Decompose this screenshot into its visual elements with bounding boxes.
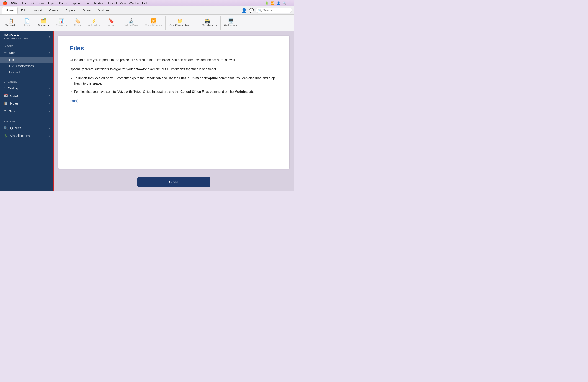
- sidebar-sub-item-files[interactable]: Files: [0, 57, 53, 63]
- content-body: All the data files you import into the p…: [69, 57, 278, 104]
- menu-nvivo[interactable]: NVivo: [11, 1, 19, 5]
- tab-share[interactable]: Share: [79, 7, 94, 13]
- sidebar-item-coding-left: ≡ Coding: [4, 86, 18, 90]
- toolbar-group-code-in-vivo: 🔬 Code In Vivo ▾: [120, 16, 142, 30]
- tab-modules[interactable]: Modules: [94, 7, 113, 13]
- tab-create[interactable]: Create: [45, 7, 62, 13]
- sets-icon: ⊙: [4, 109, 7, 113]
- tab-import[interactable]: Import: [30, 7, 45, 13]
- data-chevron-icon: ∨: [48, 52, 50, 54]
- search-input[interactable]: [263, 9, 290, 12]
- autocode-button[interactable]: ⚡ Autocode ▾: [87, 17, 102, 29]
- tab-edit[interactable]: Edit: [18, 7, 30, 13]
- organize-button[interactable]: 🗂️ Organize ▾: [36, 17, 51, 29]
- toolbar: 📋 Clipboard ▾ 📄 Item ▾ 🗂️ Organize ▾ 📊 V…: [0, 15, 294, 31]
- menu-help[interactable]: Help: [142, 1, 148, 5]
- content-paragraph-2: Optionally create subfolders to organize…: [69, 66, 278, 72]
- cases-chevron-icon: ›: [49, 95, 50, 97]
- menu-file[interactable]: File: [22, 1, 27, 5]
- autocode-icon: ⚡: [91, 19, 97, 23]
- search-box[interactable]: 🔍: [256, 8, 292, 13]
- spread-coding-icon: 🔀: [151, 19, 157, 23]
- toolbar-group-visualize: 📊 Visualize ▾: [53, 16, 70, 30]
- clipboard-icon: 📋: [8, 19, 14, 23]
- message-icon[interactable]: 💬: [249, 8, 254, 13]
- logo-area: NVIVO ❖❖ NVivo Workshop.nvpx: [4, 34, 28, 40]
- sidebar-item-coding[interactable]: ≡ Coding ›: [0, 84, 53, 92]
- sidebar-sub-item-file-classifications[interactable]: File Classifications: [0, 63, 53, 69]
- coding-icon: ≡: [4, 86, 6, 90]
- list-item-2: For files that you have sent to NVivo wi…: [74, 89, 278, 95]
- menu-view[interactable]: View: [120, 1, 126, 5]
- sidebar-collapse-button[interactable]: ‹: [49, 35, 50, 39]
- visualize-icon: 📊: [59, 19, 64, 23]
- sets-chevron-icon: ›: [49, 110, 50, 113]
- uncode-label: Uncode ▾: [107, 24, 116, 27]
- sidebar-item-notes[interactable]: 📋 Notes ›: [0, 100, 53, 107]
- close-button[interactable]: Close: [137, 177, 210, 187]
- content-area: Files All the data files you import into…: [54, 31, 294, 191]
- sidebar-item-data[interactable]: ☰ Data ∨: [0, 49, 53, 57]
- toolbar-group-clipboard: 📋 Clipboard ▾: [2, 16, 20, 30]
- sidebar-item-cases[interactable]: 📅 Cases ›: [0, 92, 53, 100]
- menu-layout[interactable]: Layout: [108, 1, 117, 5]
- sidebar-item-coding-label: Coding: [8, 86, 18, 90]
- menu-home[interactable]: Home: [37, 1, 45, 5]
- file-classification-icon: 🗃️: [204, 19, 210, 23]
- tab-explore[interactable]: Explore: [62, 7, 79, 13]
- sidebar-item-queries[interactable]: 🔍 Queries ›: [0, 124, 53, 132]
- main-area: NVIVO ❖❖ NVivo Workshop.nvpx ‹ IMPORT ☰ …: [0, 31, 294, 191]
- menu-create[interactable]: Create: [59, 1, 68, 5]
- case-classification-button[interactable]: 📁 Case Classification ▾: [168, 17, 192, 29]
- sidebar-item-data-left: ☰ Data: [4, 51, 16, 55]
- logo-subtitle: NVivo Workshop.nvpx: [4, 37, 28, 40]
- clipboard-label: Clipboard ▾: [5, 24, 17, 27]
- spread-coding-button[interactable]: 🔀 Spread Coding ▾: [144, 17, 164, 29]
- menu-share[interactable]: Share: [84, 1, 92, 5]
- user-icon: 👤: [277, 1, 280, 5]
- content-paragraph-1: All the data files you import into the p…: [69, 57, 278, 63]
- menu-window[interactable]: Window: [129, 1, 139, 5]
- sidebar-item-sets-label: Sets: [9, 109, 15, 113]
- search-icon[interactable]: 🔍: [283, 1, 286, 5]
- close-button-area: Close: [54, 173, 294, 191]
- section-label-explore: EXPLORE: [0, 117, 53, 124]
- control-icon: ☰: [289, 1, 291, 5]
- sidebar: NVIVO ❖❖ NVivo Workshop.nvpx ‹ IMPORT ☰ …: [0, 31, 54, 191]
- sidebar-item-notes-label: Notes: [10, 102, 19, 105]
- workspace-button[interactable]: 🖥️ Workspace ▾: [222, 17, 239, 29]
- content-panel: Files All the data files you import into…: [58, 36, 290, 169]
- workspace-label: Workspace ▾: [224, 24, 237, 27]
- code-in-vivo-button[interactable]: 🔬 Code In Vivo ▾: [122, 17, 140, 29]
- code-button[interactable]: 🏷️ Code ▾: [72, 17, 83, 29]
- sidebar-logo: NVIVO ❖❖ NVivo Workshop.nvpx: [4, 34, 28, 40]
- code-in-vivo-icon: 🔬: [128, 19, 134, 23]
- menu-modules[interactable]: Modules: [94, 1, 105, 5]
- sidebar-item-notes-left: 📋 Notes: [4, 101, 19, 106]
- workspace-icon: 🖥️: [228, 19, 234, 23]
- user-profile-icon[interactable]: 👤: [241, 8, 247, 13]
- case-classification-label: Case Classification ▾: [169, 24, 190, 27]
- file-classification-button[interactable]: 🗃️ File Classification ▾: [196, 17, 219, 29]
- menu-explore[interactable]: Explore: [71, 1, 81, 5]
- tab-home[interactable]: Home: [2, 7, 18, 14]
- apple-icon[interactable]: 🍎: [3, 1, 7, 5]
- section-label-import: IMPORT: [0, 42, 53, 49]
- clipboard-button[interactable]: 📋 Clipboard ▾: [3, 17, 19, 29]
- more-link[interactable]: [more]: [69, 98, 278, 104]
- uncode-button[interactable]: 🔖 Uncode ▾: [105, 17, 118, 29]
- file-classification-label: File Classification ▾: [198, 24, 217, 27]
- item-button[interactable]: 📄 Item ▾: [22, 17, 33, 29]
- toolbar-group-item: 📄 Item ▾: [21, 16, 34, 30]
- menu-edit[interactable]: Edit: [30, 1, 35, 5]
- code-icon: 🏷️: [75, 19, 81, 23]
- autocode-label: Autocode ▾: [88, 24, 100, 27]
- sidebar-sub-item-externals[interactable]: Externals: [0, 69, 53, 75]
- sidebar-item-sets[interactable]: ⊙ Sets ›: [0, 107, 53, 115]
- sidebar-item-cases-left: 📅 Cases: [4, 94, 19, 98]
- toolbar-group-case-classification: 📁 Case Classification ▾: [166, 16, 194, 30]
- sidebar-item-queries-label: Queries: [10, 126, 21, 130]
- sidebar-item-visualizations[interactable]: ✳️ Visualizations ›: [0, 132, 53, 140]
- visualize-button[interactable]: 📊 Visualize ▾: [54, 17, 69, 29]
- menu-import[interactable]: Import: [48, 1, 57, 5]
